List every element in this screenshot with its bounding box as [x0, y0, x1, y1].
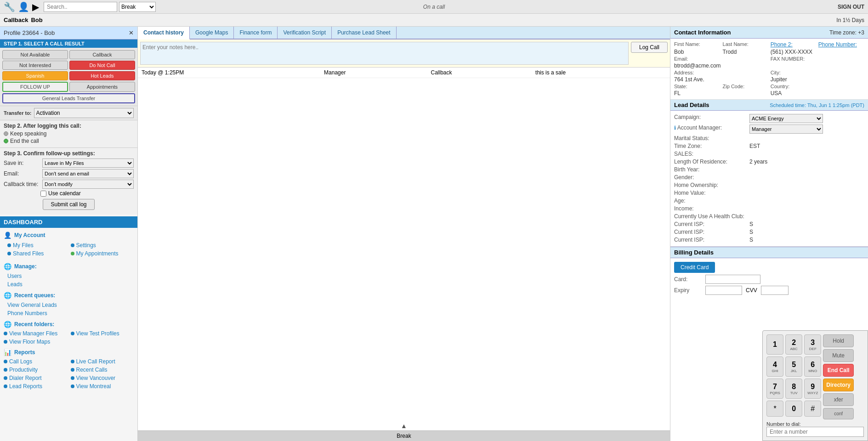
directory-button[interactable]: Directory: [823, 379, 854, 391]
view-floor-maps-link[interactable]: View Floor Maps: [4, 338, 67, 345]
view-manager-files-link[interactable]: View Manager Files: [4, 330, 67, 337]
expiry-input[interactable]: [705, 286, 742, 295]
dial-5[interactable]: 5JKL: [785, 356, 802, 377]
save-in-select[interactable]: Leave in My Files: [42, 158, 134, 168]
card-input[interactable]: [705, 275, 760, 284]
my-appointments-link[interactable]: My Appointments: [71, 250, 130, 257]
view-vancouver-link[interactable]: View Vancouver: [71, 374, 134, 382]
leads-link[interactable]: Leads: [7, 280, 130, 288]
keep-speaking-dot: [4, 131, 8, 136]
follow-up-btn[interactable]: FOLLOW UP: [2, 82, 68, 92]
dial-8[interactable]: 8TUV: [785, 379, 802, 399]
sign-out-button[interactable]: SIGN OUT: [838, 4, 864, 10]
tab-contact-history[interactable]: Contact history: [138, 27, 190, 40]
dial-2[interactable]: 2ABC: [785, 334, 802, 355]
bottom-break-bar: Break: [138, 430, 670, 441]
recent-queues-header[interactable]: 🌐 Recent queues:: [0, 289, 137, 300]
dial-1[interactable]: 1: [766, 334, 783, 355]
scroll-top-button[interactable]: ▲: [138, 421, 670, 430]
reports-header[interactable]: 📊 Reports: [0, 346, 137, 357]
call-type: Callback: [427, 68, 532, 78]
dial-6[interactable]: 6MNO: [804, 356, 821, 377]
account-manager-row: ℹ Account Manager: Manager: [674, 124, 864, 134]
call-logs-link[interactable]: Call Logs: [4, 358, 67, 365]
icon3[interactable]: ▶: [32, 1, 39, 12]
mute-button[interactable]: Mute: [823, 349, 854, 362]
icon1[interactable]: 🔧: [4, 1, 15, 12]
general-leads-transfer-btn[interactable]: General Leads Transfer: [2, 93, 135, 103]
phone2-value: (561) XXX-XXXX: [771, 49, 817, 55]
callback-btn[interactable]: Callback: [69, 50, 135, 59]
dial-star[interactable]: *: [766, 401, 783, 417]
break-select[interactable]: Break: [119, 2, 156, 12]
step3-section: Step 3. Confirm follow-up settings: Save…: [0, 147, 137, 215]
dial-number-input[interactable]: [766, 427, 864, 437]
my-account-header[interactable]: 👤 My Account: [4, 230, 134, 241]
callback-time-select[interactable]: Don't modify: [42, 180, 134, 189]
icon2[interactable]: 👤: [18, 1, 29, 12]
lead-reports-link[interactable]: Lead Reports: [4, 383, 67, 390]
tab-purchase-lead-sheet[interactable]: Purchase Lead Sheet: [332, 27, 396, 39]
cvv-input[interactable]: [761, 286, 789, 295]
not-interested-btn[interactable]: Not Interested: [2, 61, 68, 70]
spanish-btn[interactable]: Spanish: [2, 71, 68, 80]
dial-0[interactable]: 0: [785, 401, 802, 417]
my-files-link[interactable]: My Files: [7, 242, 67, 249]
appointments-btn[interactable]: Appointments: [69, 82, 135, 92]
end-call-button[interactable]: End Call: [823, 364, 854, 377]
live-call-report-link[interactable]: Live Call Report: [71, 358, 134, 365]
profile-close-button[interactable]: ✕: [129, 29, 134, 36]
log-call-button[interactable]: Log Call: [631, 42, 668, 53]
dial-7[interactable]: 7PQRS: [766, 379, 783, 399]
users-link[interactable]: Users: [7, 272, 130, 280]
use-calendar-checkbox[interactable]: [40, 191, 46, 197]
submit-call-log-btn[interactable]: Submit call log: [43, 199, 94, 210]
productivity-link[interactable]: Productivity: [4, 366, 67, 373]
email-select[interactable]: Don't send an email: [42, 169, 134, 178]
search-input[interactable]: [44, 2, 117, 12]
shared-files-link[interactable]: Shared Files: [7, 250, 67, 257]
dial-3[interactable]: 3DEF: [804, 334, 821, 355]
view-test-profiles-link[interactable]: View Test Profiles: [71, 330, 134, 337]
recent-calls-link[interactable]: Recent Calls: [71, 366, 134, 373]
settings-label: Settings: [76, 242, 96, 249]
shared-files-label: Shared Files: [13, 250, 44, 257]
vv-label: View Vancouver: [76, 375, 116, 381]
dial-hash[interactable]: #: [804, 401, 821, 417]
phone-numbers-link[interactable]: Phone Numbers: [7, 309, 130, 317]
dial-9[interactable]: 9WXYZ: [804, 379, 821, 399]
scheduled-time: Scheduled time: Thu, Jun 1 1:25pm (PDT): [770, 102, 864, 108]
account-manager-select[interactable]: Manager: [749, 124, 823, 134]
not-available-btn[interactable]: Not Available: [2, 50, 68, 59]
my-account-section: 👤 My Account My Files Settings Shared Fi…: [0, 228, 137, 260]
dialer-report-link[interactable]: Dialer Report: [4, 374, 67, 382]
end-call-dot: [4, 139, 8, 143]
hot-leads-btn[interactable]: Hot Leads: [69, 71, 135, 80]
manage-header[interactable]: 🌐 Manage:: [0, 260, 137, 271]
do-not-call-btn[interactable]: Do Not Call: [69, 61, 135, 70]
campaign-select[interactable]: ACME Energy: [749, 114, 823, 123]
recent-folders-header[interactable]: 🌐 Recent folders:: [0, 318, 137, 329]
view-general-leads-link[interactable]: View General Leads: [7, 301, 130, 309]
hold-button[interactable]: Hold: [823, 334, 854, 347]
conf-button[interactable]: conf: [823, 408, 854, 419]
tab-google-maps[interactable]: Google Maps: [190, 27, 234, 39]
step1-header: STEP 1. SELECT A CALL RESULT: [0, 40, 137, 48]
transfer-button[interactable]: xfer: [823, 393, 854, 406]
phone-number-link[interactable]: Phone Number:: [818, 41, 864, 48]
tab-finance-form[interactable]: Finance form: [234, 27, 278, 39]
tab-verification-script[interactable]: Verification Script: [278, 27, 332, 39]
vm-dot: [71, 384, 74, 388]
marital-status-label: Marital Status:: [674, 135, 748, 141]
length-of-residence-value: 2 years: [749, 158, 864, 165]
view-montreal-link[interactable]: View Montreal: [71, 383, 134, 390]
save-in-label: Save in:: [4, 160, 40, 166]
transfer-select[interactable]: Activation: [34, 108, 134, 118]
dial-4[interactable]: 4GHI: [766, 356, 783, 377]
income-label: Income:: [674, 205, 748, 212]
settings-link[interactable]: Settings: [71, 242, 130, 249]
phone2-link[interactable]: Phone 2:: [771, 41, 817, 48]
credit-card-button[interactable]: Credit Card: [674, 262, 715, 273]
notes-textarea[interactable]: [140, 42, 629, 65]
keep-speaking-row: Keep speaking: [4, 130, 134, 137]
